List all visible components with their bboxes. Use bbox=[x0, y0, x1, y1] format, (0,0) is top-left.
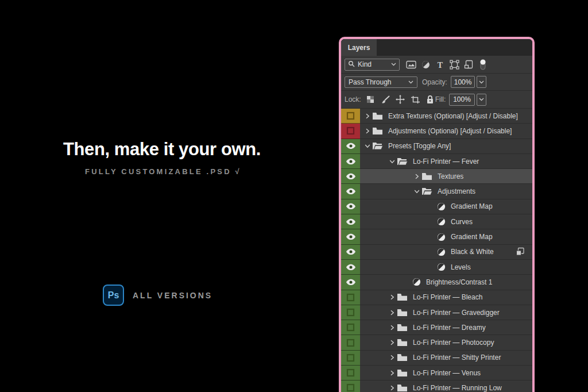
collapse-chevron-down-icon[interactable] bbox=[388, 159, 397, 164]
filter-type-icons: T bbox=[406, 59, 488, 70]
chevron-down-icon bbox=[408, 80, 413, 84]
blend-row: Pass Through Opacity: 100% bbox=[341, 74, 532, 91]
opacity-value-field[interactable]: 100% bbox=[451, 76, 475, 88]
adjustment-icon bbox=[412, 278, 421, 286]
eye-visibility-toggle[interactable] bbox=[341, 169, 360, 184]
expand-chevron-right-icon[interactable] bbox=[388, 310, 397, 316]
eye-visibility-toggle[interactable] bbox=[341, 184, 360, 199]
layer-row[interactable]: Adjustments bbox=[341, 184, 532, 199]
eye-visibility-toggle[interactable] bbox=[341, 275, 360, 290]
layer-row[interactable]: Black & White bbox=[341, 245, 532, 260]
expand-chevron-right-icon[interactable] bbox=[363, 113, 372, 119]
chevron-down-icon bbox=[391, 63, 396, 66]
expand-chevron-right-icon[interactable] bbox=[412, 174, 421, 179]
smart-object-filter-icon[interactable] bbox=[463, 59, 474, 70]
layer-row[interactable]: Lo-Fi Printer — Venus bbox=[341, 366, 532, 381]
subline: FULLY CUSTOMIZABLE .PSD √ bbox=[63, 167, 263, 176]
layer-row[interactable]: Presets [Toggle Any] bbox=[341, 139, 532, 154]
layer-row[interactable]: Extra Textures (Optional) [Adjust / Disa… bbox=[341, 109, 532, 124]
hidden-visibility-toggle[interactable] bbox=[341, 366, 360, 381]
adjustment-icon bbox=[437, 248, 446, 256]
badge-label: ALL VERSIONS bbox=[133, 291, 212, 300]
layer-row[interactable]: Lo-Fi Printer — Running Low bbox=[341, 381, 532, 392]
layer-row[interactable]: Brightness/Contrast 1 bbox=[341, 275, 532, 290]
lock-position-icon[interactable] bbox=[396, 95, 405, 105]
expand-chevron-right-icon[interactable] bbox=[388, 355, 397, 360]
fill-label: Fill: bbox=[435, 95, 446, 103]
layer-name: Lo-Fi Printer — Photocopy bbox=[413, 339, 494, 347]
expand-chevron-right-icon[interactable] bbox=[363, 128, 372, 134]
adjustment-layer-filter-icon[interactable] bbox=[420, 59, 431, 70]
hidden-visibility-toggle[interactable] bbox=[341, 124, 360, 139]
hidden-visibility-toggle[interactable] bbox=[341, 381, 360, 392]
layer-row[interactable]: Lo-Fi Printer — Bleach bbox=[341, 290, 532, 305]
lock-buttons bbox=[366, 95, 435, 105]
headline: Then, make it your own. bbox=[63, 139, 263, 160]
eye-visibility-toggle[interactable] bbox=[341, 139, 360, 154]
folder-closed-icon bbox=[397, 324, 408, 332]
eye-visibility-toggle[interactable] bbox=[341, 154, 360, 169]
shape-layer-filter-icon[interactable] bbox=[449, 59, 459, 70]
layer-row[interactable]: Lo-Fi Printer — Dreamy bbox=[341, 320, 532, 335]
eye-visibility-toggle[interactable] bbox=[341, 229, 360, 244]
tab-layers[interactable]: Layers bbox=[341, 39, 377, 56]
hidden-visibility-toggle[interactable] bbox=[341, 305, 360, 320]
folder-closed-icon bbox=[372, 112, 383, 120]
layer-row[interactable]: Curves bbox=[341, 214, 532, 229]
layer-row[interactable]: Lo-Fi Printer — Shitty Printer bbox=[341, 351, 532, 366]
layer-row[interactable]: Gradient Map bbox=[341, 199, 532, 214]
layer-name: Brightness/Contrast 1 bbox=[426, 278, 492, 286]
marketing-copy: Then, make it your own. FULLY CUSTOMIZAB… bbox=[63, 139, 263, 176]
layer-row[interactable]: Levels bbox=[341, 260, 532, 275]
fill-dropdown-chevron[interactable] bbox=[477, 94, 486, 106]
pixel-layer-filter-icon[interactable] bbox=[406, 59, 416, 70]
blend-mode-dropdown[interactable]: Pass Through bbox=[345, 76, 417, 88]
layer-name: Lo-Fi Printer — Shitty Printer bbox=[413, 353, 501, 362]
expand-chevron-right-icon[interactable] bbox=[388, 385, 397, 391]
type-layer-filter-icon[interactable]: T bbox=[435, 59, 445, 70]
eye-visibility-toggle[interactable] bbox=[341, 199, 360, 214]
fill-value-field[interactable]: 100% bbox=[449, 94, 474, 106]
photoshop-logo-icon: Ps bbox=[103, 285, 124, 306]
folder-closed-icon bbox=[421, 172, 432, 180]
layer-row[interactable]: Lo-Fi Printer — Photocopy bbox=[341, 335, 532, 350]
layer-name: Lo-Fi Printer — Gravedigger bbox=[413, 309, 500, 317]
eye-visibility-toggle[interactable] bbox=[341, 214, 360, 229]
folder-closed-icon bbox=[397, 384, 408, 392]
layer-row[interactable]: Lo-Fi Printer — Fever bbox=[341, 154, 532, 169]
expand-chevron-right-icon[interactable] bbox=[388, 340, 397, 345]
opacity-dropdown-chevron[interactable] bbox=[477, 76, 486, 88]
layer-row[interactable]: Adjustments (Optional) [Adjust / Disable… bbox=[341, 124, 532, 139]
layer-row[interactable]: Textures bbox=[341, 169, 532, 184]
layer-row[interactable]: Lo-Fi Printer — Gravedigger bbox=[341, 305, 532, 320]
filter-toggle-switch[interactable] bbox=[478, 59, 488, 70]
kind-filter-label: Kind bbox=[358, 60, 372, 68]
hidden-visibility-toggle[interactable] bbox=[341, 335, 360, 350]
eye-visibility-toggle[interactable] bbox=[341, 245, 360, 260]
collapse-chevron-down-icon[interactable] bbox=[412, 189, 421, 194]
expand-chevron-right-icon[interactable] bbox=[388, 294, 397, 300]
layer-row[interactable]: Gradient Map bbox=[341, 229, 532, 244]
layer-list: Extra Textures (Optional) [Adjust / Disa… bbox=[341, 109, 532, 392]
overlap-squares-icon[interactable] bbox=[516, 247, 525, 256]
hidden-visibility-toggle[interactable] bbox=[341, 109, 360, 124]
folder-closed-icon bbox=[397, 369, 408, 377]
lock-transparency-icon[interactable] bbox=[366, 95, 376, 105]
lock-label: Lock: bbox=[345, 95, 361, 103]
layer-name: Lo-Fi Printer — Bleach bbox=[413, 293, 482, 301]
hidden-visibility-toggle[interactable] bbox=[341, 290, 360, 305]
layer-name: Textures bbox=[438, 172, 463, 180]
lock-paint-icon[interactable] bbox=[381, 95, 390, 105]
layer-name: Levels bbox=[451, 263, 471, 271]
expand-chevron-right-icon[interactable] bbox=[388, 370, 397, 376]
eye-visibility-toggle[interactable] bbox=[341, 260, 360, 275]
hidden-visibility-toggle[interactable] bbox=[341, 351, 360, 366]
adjustment-icon bbox=[437, 233, 446, 241]
panel-tab-bar: Layers bbox=[341, 39, 532, 56]
hidden-visibility-toggle[interactable] bbox=[341, 320, 360, 335]
collapse-chevron-down-icon[interactable] bbox=[363, 143, 372, 149]
lock-artboard-icon[interactable] bbox=[411, 95, 420, 105]
lock-all-icon[interactable] bbox=[425, 95, 435, 105]
kind-filter-dropdown[interactable]: Kind bbox=[345, 59, 400, 71]
expand-chevron-right-icon[interactable] bbox=[388, 325, 397, 330]
